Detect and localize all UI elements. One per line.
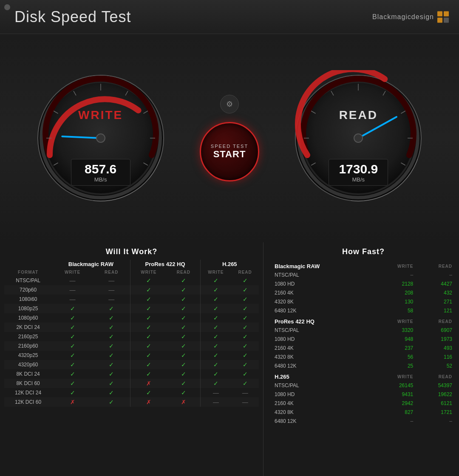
wiw-bmraw-w: ✓ (52, 304, 93, 313)
gauges-section: WRITE 857.6 MB/s ⚙ SPEED TEST START (0, 34, 459, 242)
hf-row-label: 6480 12K (272, 361, 374, 370)
read-gauge: READ 1730.9 MB/s (290, 70, 426, 206)
wiw-bmraw-w: ✓ (52, 369, 93, 379)
wiw-h265-r: ✓ (231, 304, 259, 313)
wiw-bmraw-w: — (52, 285, 93, 295)
svg-point-32 (354, 134, 363, 142)
wiw-pro-r: ✓ (167, 276, 200, 285)
hf-section-header: ProRes 422 HQ WRITE READ (272, 315, 455, 326)
hf-write-val: 9431 (374, 390, 416, 399)
wiw-sub-bm-r: READ (93, 269, 130, 276)
hf-write-val: 130 (374, 297, 416, 306)
wiw-h265-r: ✓ (231, 351, 259, 360)
write-label: WRITE (78, 108, 123, 122)
hf-row-label: NTSC/PAL (272, 326, 374, 334)
wiw-pro-r: ✓ (167, 295, 200, 304)
wiw-h265-w: ✓ (200, 332, 231, 341)
wiw-sub-pro-w: WRITE (130, 269, 167, 276)
read-gauge-container: READ 1730.9 MB/s (290, 70, 426, 206)
write-unit: MB/s (79, 176, 122, 183)
hf-write-header: WRITE (374, 315, 416, 326)
wiw-pro-r: ✓ (167, 285, 200, 295)
wiw-label: 1080i60 (4, 295, 52, 304)
wiw-bmraw-w: — (52, 295, 93, 304)
wiw-pro-r: ✓ (167, 388, 200, 397)
settings-icon: ⚙ (226, 99, 233, 109)
wiw-h265-r: ✓ (231, 276, 259, 285)
wiw-pro-w: ✓ (130, 369, 167, 379)
how-fast-title: How Fast? (272, 242, 455, 260)
wiw-pro-r: ✓ (167, 360, 200, 369)
hf-row-label: 2160 4K (272, 399, 374, 408)
wiw-pro-r: ✓ (167, 323, 200, 332)
wiw-header-row: Blackmagic RAW ProRes 422 HQ H.265 (4, 260, 259, 269)
wiw-bmraw-w: ✓ (52, 332, 93, 341)
hf-row-label: 1080 HD (272, 334, 374, 343)
hf-read-header: READ (416, 315, 455, 326)
hf-read-val: 432 (416, 288, 455, 297)
close-button[interactable] (4, 4, 10, 10)
hf-write-val: 58 (374, 306, 416, 315)
will-it-work-title: Will It Work? (4, 242, 259, 260)
hf-write-header: WRITE (374, 370, 416, 381)
wiw-pro-w: ✓ (130, 388, 167, 397)
wiw-h265-w: ✓ (200, 304, 231, 313)
wiw-pro-r: ✓ (167, 304, 200, 313)
hf-row: 2160 4K 2942 6121 (272, 399, 455, 408)
brand-icon (437, 11, 449, 23)
hf-write-val: 25 (374, 361, 416, 370)
wiw-label: 1080p60 (4, 313, 52, 323)
wiw-pro-r: ✓ (167, 351, 200, 360)
wiw-h265-w: ✓ (200, 360, 231, 369)
settings-button[interactable]: ⚙ (220, 95, 239, 113)
hf-row-label: 4320 8K (272, 352, 374, 361)
wiw-bmraw-r: ✓ (93, 379, 130, 388)
wiw-row: 2160p60 ✓ ✓ ✓ ✓ ✓ ✓ (4, 341, 259, 351)
hf-write-val: 56 (374, 352, 416, 361)
wiw-h265-r: ✓ (231, 369, 259, 379)
hf-write-val: 2128 (374, 279, 416, 288)
svg-point-15 (96, 134, 105, 142)
wiw-bmraw-r: ✓ (93, 351, 130, 360)
hf-read-val: 121 (416, 306, 455, 315)
wiw-col-prores: ProRes 422 HQ (130, 260, 200, 269)
how-fast-panel: How Fast? Blackmagic RAW WRITE READ NTSC… (264, 242, 459, 476)
hf-read-val: 1721 (416, 408, 455, 416)
wiw-row: 1080p25 ✓ ✓ ✓ ✓ ✓ ✓ (4, 304, 259, 313)
wiw-label: 12K DCI 24 (4, 388, 52, 397)
wiw-pro-w: ✓ (130, 323, 167, 332)
hf-write-val: – (374, 270, 416, 279)
wiw-pro-w: ✓ (130, 351, 167, 360)
wiw-pro-w: ✓ (130, 295, 167, 304)
wiw-bmraw-r: ✓ (93, 360, 130, 369)
wiw-h265-r: ✓ (231, 379, 259, 388)
hf-row: 1080 HD 9431 19622 (272, 390, 455, 399)
wiw-h265-w: ✓ (200, 313, 231, 323)
wiw-label: 8K DCI 60 (4, 379, 52, 388)
wiw-bmraw-r: ✓ (93, 332, 130, 341)
wiw-format-label: FORMAT (4, 269, 52, 276)
wiw-row: 12K DCI 60 ✗ ✓ ✗ ✗ — — (4, 397, 259, 407)
brand-sq-3 (437, 17, 442, 23)
hf-row: 4320 8K 827 1721 (272, 408, 455, 416)
wiw-bmraw-w: ✓ (52, 388, 93, 397)
wiw-label: 2K DCI 24 (4, 323, 52, 332)
hf-row: 4320 8K 130 271 (272, 297, 455, 306)
start-button[interactable]: SPEED TEST START (200, 122, 259, 181)
hf-row-label: 4320 8K (272, 297, 374, 306)
wiw-label: 2160p25 (4, 332, 52, 341)
hf-read-val: 6121 (416, 399, 455, 408)
wiw-pro-r: ✓ (167, 313, 200, 323)
brand-sq-2 (444, 11, 449, 16)
wiw-h265-r: ✓ (231, 360, 259, 369)
wiw-bmraw-w: ✗ (52, 397, 93, 407)
hf-read-val: 493 (416, 343, 455, 352)
wiw-pro-r: ✓ (167, 341, 200, 351)
start-main-label: START (213, 149, 246, 160)
wiw-bmraw-w: ✓ (52, 351, 93, 360)
wiw-h265-r: ✓ (231, 341, 259, 351)
wiw-pro-w: ✓ (130, 276, 167, 285)
hf-write-val: 208 (374, 288, 416, 297)
wiw-bmraw-w: ✓ (52, 323, 93, 332)
wiw-h265-r: ✓ (231, 313, 259, 323)
